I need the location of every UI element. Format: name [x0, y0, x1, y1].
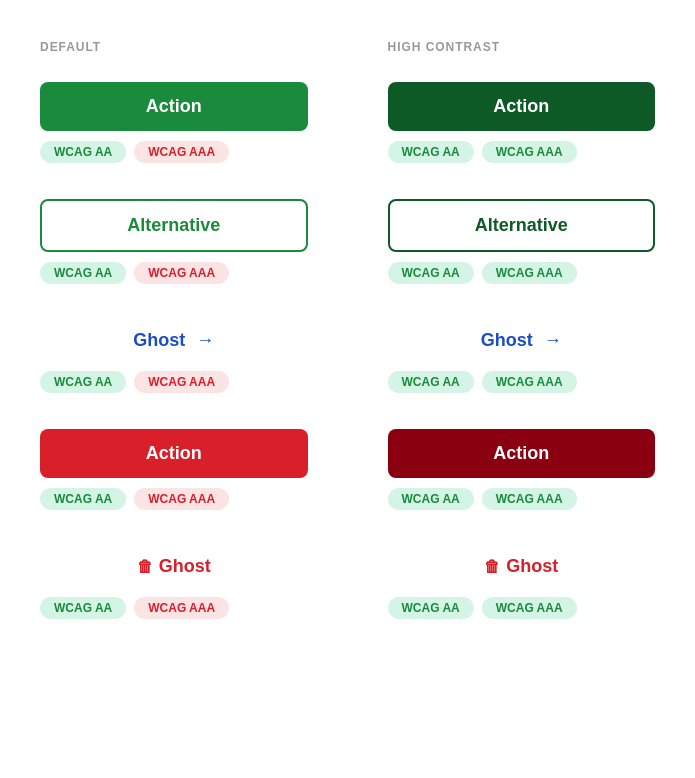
- badge-row-green-action-hc: WCAG AA WCAG AAA: [388, 141, 656, 163]
- badge-row-red-action: WCAG AA WCAG AAA: [40, 488, 308, 510]
- section-ghost-blue: Ghost → WCAG AA WCAG AAA: [40, 320, 308, 393]
- column-high-contrast: HIGH CONTRAST Action WCAG AA WCAG AAA Al…: [348, 40, 696, 655]
- section-ghost-blue-hc: Ghost → WCAG AA WCAG AAA: [388, 320, 656, 393]
- badge-wcag-aa: WCAG AA: [40, 597, 126, 619]
- section-alternative: Alternative WCAG AA WCAG AAA: [40, 199, 308, 284]
- alternative-hc-button[interactable]: Alternative: [388, 199, 656, 252]
- column-header-default: DEFAULT: [40, 40, 308, 54]
- section-alternative-hc: Alternative WCAG AA WCAG AAA: [388, 199, 656, 284]
- ghost-red-hc-button[interactable]: 🗑Ghost: [388, 546, 656, 587]
- column-default: DEFAULT Action WCAG AA WCAG AAA Alternat…: [0, 40, 348, 655]
- badge-wcag-aaa: WCAG AAA: [134, 488, 229, 510]
- badge-wcag-aaa: WCAG AAA: [134, 141, 229, 163]
- badge-row-ghost-blue-hc: WCAG AA WCAG AAA: [388, 371, 656, 393]
- badge-row-red-action-hc: WCAG AA WCAG AAA: [388, 488, 656, 510]
- badge-wcag-aa: WCAG AA: [388, 597, 474, 619]
- red-action-button[interactable]: Action: [40, 429, 308, 478]
- trash-icon: 🗑: [484, 558, 500, 576]
- badge-wcag-aa: WCAG AA: [388, 141, 474, 163]
- section-red-action-hc: Action WCAG AA WCAG AAA: [388, 429, 656, 510]
- arrow-icon: →: [544, 330, 562, 350]
- badge-wcag-aaa: WCAG AAA: [482, 262, 577, 284]
- badge-row-green-action: WCAG AA WCAG AAA: [40, 141, 308, 163]
- section-green-action: Action WCAG AA WCAG AAA: [40, 82, 308, 163]
- badge-wcag-aaa: WCAG AAA: [482, 488, 577, 510]
- trash-icon: 🗑: [137, 558, 153, 576]
- badge-wcag-aa: WCAG AA: [40, 262, 126, 284]
- ghost-blue-hc-button[interactable]: Ghost →: [388, 320, 656, 361]
- badge-wcag-aaa: WCAG AAA: [134, 371, 229, 393]
- green-action-button[interactable]: Action: [40, 82, 308, 131]
- ghost-red-button[interactable]: 🗑Ghost: [40, 546, 308, 587]
- badge-wcag-aaa: WCAG AAA: [134, 262, 229, 284]
- section-green-action-hc: Action WCAG AA WCAG AAA: [388, 82, 656, 163]
- section-red-action: Action WCAG AA WCAG AAA: [40, 429, 308, 510]
- badge-wcag-aaa: WCAG AAA: [482, 141, 577, 163]
- section-ghost-red: 🗑Ghost WCAG AA WCAG AAA: [40, 546, 308, 619]
- badge-wcag-aaa: WCAG AAA: [482, 371, 577, 393]
- main-layout: DEFAULT Action WCAG AA WCAG AAA Alternat…: [0, 40, 695, 655]
- green-action-hc-button[interactable]: Action: [388, 82, 656, 131]
- badge-wcag-aa: WCAG AA: [388, 262, 474, 284]
- section-ghost-red-hc: 🗑Ghost WCAG AA WCAG AAA: [388, 546, 656, 619]
- badge-row-ghost-red-hc: WCAG AA WCAG AAA: [388, 597, 656, 619]
- ghost-blue-button[interactable]: Ghost →: [40, 320, 308, 361]
- badge-row-ghost-blue: WCAG AA WCAG AAA: [40, 371, 308, 393]
- badge-row-alternative-hc: WCAG AA WCAG AAA: [388, 262, 656, 284]
- badge-wcag-aa: WCAG AA: [388, 371, 474, 393]
- badge-row-ghost-red: WCAG AA WCAG AAA: [40, 597, 308, 619]
- badge-wcag-aaa: WCAG AAA: [482, 597, 577, 619]
- badge-wcag-aa: WCAG AA: [40, 488, 126, 510]
- red-action-hc-button[interactable]: Action: [388, 429, 656, 478]
- badge-row-alternative: WCAG AA WCAG AAA: [40, 262, 308, 284]
- badge-wcag-aaa: WCAG AAA: [134, 597, 229, 619]
- badge-wcag-aa: WCAG AA: [388, 488, 474, 510]
- alternative-button[interactable]: Alternative: [40, 199, 308, 252]
- arrow-icon: →: [196, 330, 214, 350]
- badge-wcag-aa: WCAG AA: [40, 141, 126, 163]
- badge-wcag-aa: WCAG AA: [40, 371, 126, 393]
- column-header-hc: HIGH CONTRAST: [388, 40, 656, 54]
